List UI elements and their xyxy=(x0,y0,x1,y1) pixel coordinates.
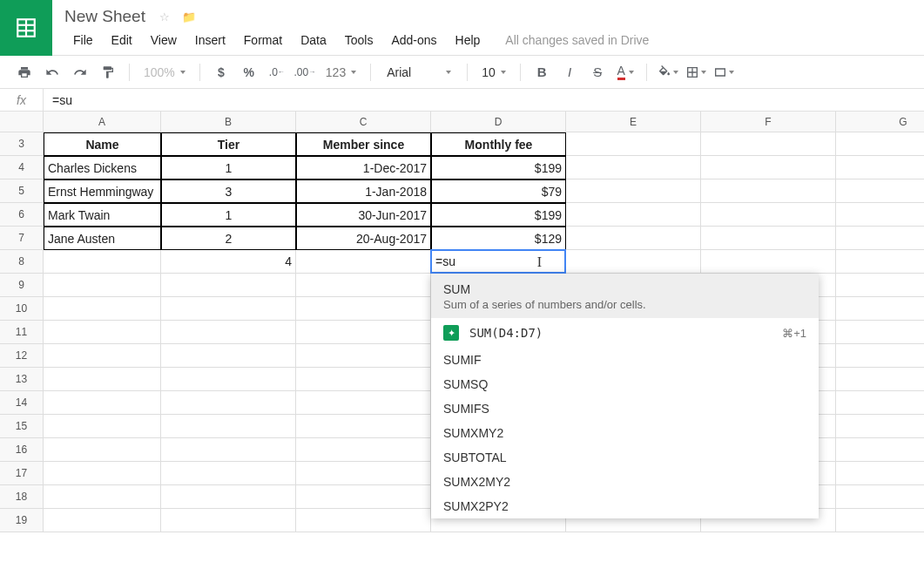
zoom-dropdown[interactable]: 100% xyxy=(138,60,191,85)
currency-icon[interactable]: $ xyxy=(209,60,233,85)
menu-file[interactable]: File xyxy=(64,30,102,51)
cell[interactable] xyxy=(701,227,836,250)
cell[interactable] xyxy=(44,438,161,462)
cell[interactable] xyxy=(836,438,924,462)
cell[interactable] xyxy=(296,368,431,391)
table-cell[interactable]: $199 xyxy=(431,203,566,227)
menu-format[interactable]: Format xyxy=(235,30,291,51)
spreadsheet-grid[interactable]: ABCDEFG 345678910111213141516171819 Name… xyxy=(0,112,924,132)
cell[interactable] xyxy=(296,485,431,509)
row-header-8[interactable]: 8 xyxy=(0,250,44,274)
cell[interactable] xyxy=(161,391,296,415)
row-header-13[interactable]: 13 xyxy=(0,368,44,391)
formula-input[interactable]: =su xyxy=(44,93,924,107)
italic-icon[interactable]: I xyxy=(557,60,582,85)
table-cell[interactable]: 1-Jan-2018 xyxy=(296,179,431,203)
menu-view[interactable]: View xyxy=(142,30,185,51)
cell[interactable] xyxy=(44,250,161,274)
cell[interactable] xyxy=(296,415,431,438)
table-header[interactable]: Monthly fee xyxy=(431,132,566,156)
redo-icon[interactable] xyxy=(68,60,92,85)
strikethrough-icon[interactable]: S xyxy=(585,60,610,85)
autocomplete-item[interactable]: SUMX2PY2 xyxy=(431,494,819,518)
col-header-F[interactable]: F xyxy=(701,112,836,132)
cell[interactable] xyxy=(161,297,296,321)
paint-format-icon[interactable] xyxy=(96,60,120,85)
row-header-7[interactable]: 7 xyxy=(0,227,44,250)
cell[interactable] xyxy=(836,250,924,274)
increase-decimal-icon[interactable]: .00→ xyxy=(293,60,317,85)
cell[interactable] xyxy=(836,485,924,509)
autocomplete-item[interactable]: SUMX2MY2 xyxy=(431,470,819,494)
cell[interactable] xyxy=(161,509,296,532)
cell[interactable] xyxy=(701,132,836,156)
cell[interactable] xyxy=(566,227,701,250)
row-header-10[interactable]: 10 xyxy=(0,297,44,321)
percent-icon[interactable]: % xyxy=(237,60,261,85)
cell[interactable] xyxy=(161,462,296,485)
cell[interactable] xyxy=(836,321,924,344)
col-header-C[interactable]: C xyxy=(296,112,431,132)
row-header-19[interactable]: 19 xyxy=(0,509,44,532)
document-title[interactable]: New Sheet xyxy=(64,7,145,26)
cell[interactable] xyxy=(161,321,296,344)
cell[interactable] xyxy=(701,179,836,203)
star-icon[interactable]: ☆ xyxy=(159,10,170,24)
cell[interactable] xyxy=(44,485,161,509)
table-cell[interactable]: $129 xyxy=(431,227,566,250)
table-cell[interactable]: Jane Austen xyxy=(44,227,161,250)
row-header-11[interactable]: 11 xyxy=(0,321,44,344)
autocomplete-item[interactable]: SUMIFS xyxy=(431,396,819,421)
cell[interactable] xyxy=(161,438,296,462)
table-cell[interactable]: 2 xyxy=(161,227,296,250)
table-header[interactable]: Name xyxy=(44,132,161,156)
col-header-A[interactable]: A xyxy=(44,112,161,132)
table-cell[interactable]: Mark Twain xyxy=(44,203,161,227)
folder-icon[interactable]: 📁 xyxy=(182,10,196,24)
menu-insert[interactable]: Insert xyxy=(186,30,234,51)
autocomplete-item[interactable]: SUMXMY2 xyxy=(431,421,819,445)
row-header-6[interactable]: 6 xyxy=(0,203,44,227)
table-header[interactable]: Tier xyxy=(161,132,296,156)
print-icon[interactable] xyxy=(12,60,37,85)
font-size-dropdown[interactable]: 10 xyxy=(476,60,511,85)
cell[interactable] xyxy=(44,368,161,391)
cell[interactable] xyxy=(44,297,161,321)
borders-icon[interactable] xyxy=(684,60,708,85)
menu-help[interactable]: Help xyxy=(447,30,489,51)
table-cell[interactable]: 20-Aug-2017 xyxy=(296,227,431,250)
table-cell[interactable]: Ernst Hemmingway xyxy=(44,179,161,203)
cell[interactable] xyxy=(566,250,701,274)
cell[interactable] xyxy=(296,321,431,344)
cell[interactable] xyxy=(296,274,431,297)
autocomplete-suggestion[interactable]: SUM(D4:D7)⌘+1 xyxy=(431,318,819,348)
cell[interactable] xyxy=(836,462,924,485)
cell[interactable] xyxy=(836,415,924,438)
cell-value[interactable]: 4 xyxy=(161,250,296,274)
cell[interactable] xyxy=(44,415,161,438)
table-cell[interactable]: 1-Dec-2017 xyxy=(296,156,431,179)
table-cell[interactable]: 30-Jun-2017 xyxy=(296,203,431,227)
cell[interactable] xyxy=(566,132,701,156)
autocomplete-item[interactable]: SUBTOTAL xyxy=(431,445,819,470)
cell[interactable] xyxy=(161,344,296,368)
cell[interactable] xyxy=(566,203,701,227)
cell[interactable] xyxy=(836,274,924,297)
cell[interactable] xyxy=(836,509,924,532)
cell[interactable] xyxy=(701,203,836,227)
cell[interactable] xyxy=(161,415,296,438)
row-header-18[interactable]: 18 xyxy=(0,485,44,509)
col-header-D[interactable]: D xyxy=(431,112,566,132)
select-all-corner[interactable] xyxy=(0,112,44,132)
cell[interactable] xyxy=(44,391,161,415)
cell[interactable] xyxy=(44,462,161,485)
cell[interactable] xyxy=(296,462,431,485)
cell[interactable] xyxy=(296,509,431,532)
table-cell[interactable]: $79 xyxy=(431,179,566,203)
cell[interactable] xyxy=(296,391,431,415)
cell[interactable] xyxy=(296,438,431,462)
cell[interactable] xyxy=(836,391,924,415)
number-format-dropdown[interactable]: 123 xyxy=(320,60,361,85)
row-header-12[interactable]: 12 xyxy=(0,344,44,368)
cell[interactable] xyxy=(296,297,431,321)
